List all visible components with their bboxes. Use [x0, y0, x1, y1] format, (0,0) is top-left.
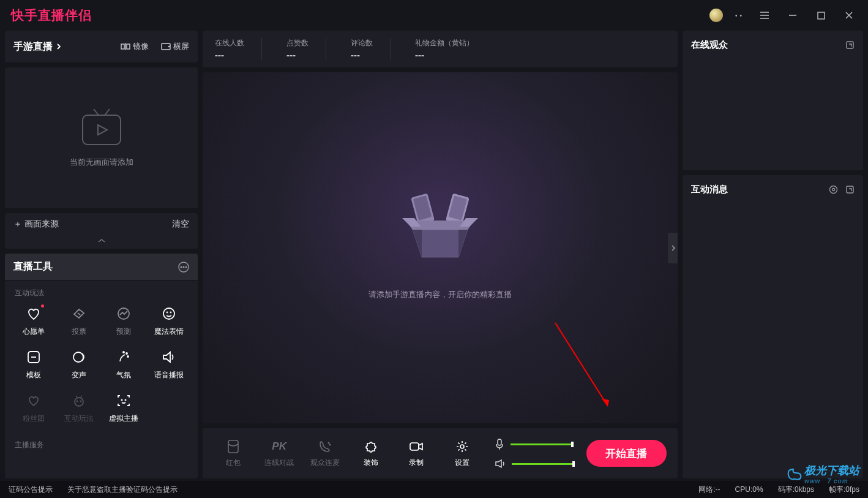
svg-marker-61 — [496, 460, 501, 467]
clear-button[interactable]: 清空 — [172, 219, 189, 230]
svg-marker-32 — [163, 352, 170, 362]
maximize-icon[interactable] — [813, 12, 829, 20]
status-bitrate: 码率:0kbps — [778, 485, 814, 495]
svg-marker-52 — [602, 399, 609, 406]
stat-gifts: 礼物金额（黄钻）--- — [415, 38, 491, 60]
tool-virtual-host[interactable]: 虚拟主播 — [102, 393, 147, 424]
svg-point-17 — [181, 266, 182, 268]
tool-voice-broadcast[interactable]: 语音播报 — [146, 349, 192, 380]
close-icon[interactable] — [841, 11, 857, 20]
tool-predict[interactable]: 预测 — [102, 306, 147, 337]
section-service: 主播服务 — [5, 432, 198, 454]
svg-rect-56 — [410, 443, 419, 450]
svg-point-24 — [167, 312, 168, 313]
mirror-toggle[interactable]: 镜像 — [121, 41, 149, 52]
tool-voice-change[interactable]: 变声 — [56, 349, 102, 380]
svg-rect-62 — [847, 42, 853, 48]
status-net: 网络:-- — [698, 485, 720, 495]
expand-right-icon[interactable] — [668, 233, 678, 263]
start-stream-button[interactable]: 开始直播 — [586, 440, 667, 467]
ctrl-record[interactable]: 录制 — [397, 439, 436, 468]
menu-icon[interactable] — [757, 11, 773, 20]
stream-mode-label: 手游直播 — [13, 40, 53, 53]
ctrl-decorate[interactable]: 装饰 — [351, 439, 391, 468]
heart-icon — [26, 306, 42, 322]
settings-icon[interactable] — [829, 185, 838, 194]
tool-wishlist[interactable]: 心愿单 — [11, 306, 56, 337]
sparkle-icon — [116, 349, 132, 365]
minimize-icon[interactable] — [785, 11, 801, 20]
speaker-volume[interactable] — [495, 459, 580, 469]
trend-icon — [116, 306, 132, 322]
camera-icon — [409, 439, 424, 454]
notice-1[interactable]: 证码公告提示 — [9, 485, 53, 495]
voice-icon — [71, 349, 87, 365]
smile-icon — [161, 306, 177, 322]
collapse-icon[interactable] — [5, 235, 198, 246]
tool-vote[interactable]: 投票 — [56, 306, 102, 337]
tools-panel: 直播工具 互动玩法 心愿单 投票 预测 — [5, 254, 198, 478]
svg-point-18 — [183, 266, 184, 268]
stat-online: 在线人数--- — [215, 38, 262, 60]
svg-rect-7 — [121, 44, 124, 49]
mic-volume[interactable] — [495, 438, 580, 450]
svg-line-13 — [105, 109, 110, 115]
redpacket-icon — [227, 439, 239, 454]
svg-marker-15 — [98, 125, 107, 135]
svg-point-55 — [329, 444, 330, 445]
ctrl-pk[interactable]: PK 连线对战 — [260, 439, 299, 468]
ctrl-audience-mic[interactable]: 观众连麦 — [305, 439, 345, 468]
svg-marker-57 — [419, 443, 422, 450]
title-bar: 快手直播伴侣 •• — [0, 0, 868, 31]
tool-interact[interactable]: 互动玩法 — [56, 393, 102, 424]
face-scan-icon — [116, 393, 132, 409]
svg-point-30 — [127, 356, 129, 357]
tool-template[interactable]: 模板 — [11, 349, 56, 380]
svg-point-23 — [163, 308, 174, 319]
speaker-out-icon — [495, 459, 506, 469]
svg-point-29 — [126, 353, 127, 354]
avatar-more[interactable]: •• — [735, 12, 744, 19]
stat-comments: 评论数--- — [351, 38, 391, 60]
tool-magic-emoji[interactable]: 魔法表情 — [146, 306, 192, 337]
section-interact: 互动玩法 — [5, 281, 198, 302]
svg-point-33 — [75, 398, 83, 406]
svg-rect-4 — [818, 12, 825, 19]
annotation-arrow — [549, 317, 616, 415]
svg-line-21 — [78, 313, 80, 315]
notice-2[interactable]: 关于恶意盗取主播验证码公告提示 — [67, 485, 178, 495]
mode-bar: 手游直播 镜像 横屏 — [5, 31, 198, 62]
tools-title: 直播工具 — [13, 260, 53, 273]
mirror-icon — [121, 42, 130, 51]
popout-icon[interactable] — [845, 40, 855, 50]
status-fps: 帧率:0fps — [829, 485, 859, 495]
popout-icon[interactable] — [845, 185, 855, 194]
stream-mode-select[interactable]: 手游直播 — [13, 40, 61, 53]
preview-area: 请添加手游直播内容，开启你的精彩直播 — [203, 72, 678, 423]
messages-panel: 互动消息 — [683, 175, 863, 478]
ctrl-redpacket[interactable]: 红包 — [214, 439, 253, 468]
tool-atmosphere[interactable]: 气氛 — [102, 349, 147, 380]
more-icon[interactable] — [178, 262, 189, 273]
svg-point-19 — [185, 266, 187, 268]
avatar[interactable] — [709, 9, 723, 22]
svg-point-38 — [122, 399, 122, 400]
app-title: 快手直播伴侣 — [11, 7, 92, 24]
ticket-icon — [71, 306, 87, 322]
svg-point-25 — [171, 312, 171, 313]
preview-hint: 请添加手游直播内容，开启你的精彩直播 — [369, 289, 512, 300]
tool-fans[interactable]: 粉丝团 — [11, 393, 56, 424]
call-icon — [318, 439, 332, 454]
svg-point-39 — [125, 399, 126, 400]
svg-point-63 — [832, 188, 835, 191]
chevron-right-icon — [56, 43, 61, 50]
add-source-button[interactable]: ＋画面来源 — [13, 219, 59, 230]
preview-empty: 当前无画面请添加 — [5, 67, 198, 208]
template-icon — [26, 349, 42, 365]
speaker-volume-bar[interactable] — [512, 463, 573, 465]
svg-point-64 — [830, 186, 837, 193]
landscape-toggle[interactable]: 横屏 — [161, 41, 189, 52]
mic-volume-bar[interactable] — [511, 443, 572, 445]
ctrl-settings[interactable]: 设置 — [443, 439, 482, 468]
audience-title: 在线观众 — [691, 39, 728, 51]
